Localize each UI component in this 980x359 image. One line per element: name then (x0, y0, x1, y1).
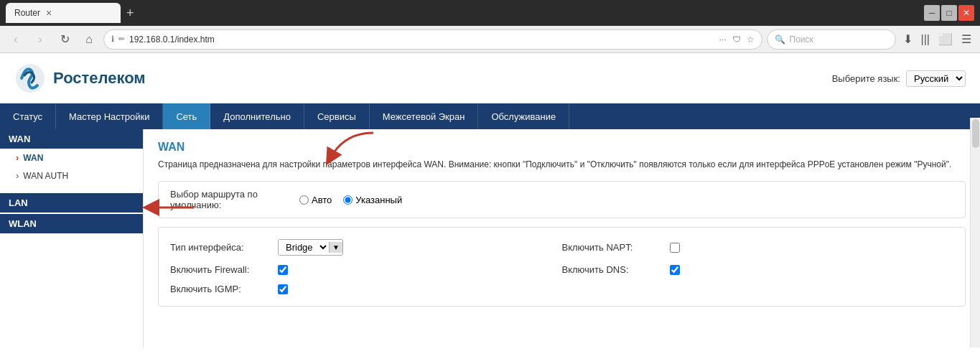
dns-value (670, 265, 680, 275)
lang-label: Выберите язык: (832, 73, 900, 84)
sidebar-section-wan[interactable]: WAN (0, 129, 143, 149)
dns-checkbox[interactable] (670, 265, 680, 275)
igmp-value (278, 284, 288, 294)
sidebar-section-wlan[interactable]: WLAN (0, 214, 143, 233)
nav-item-services[interactable]: Сервисы (304, 103, 370, 129)
new-tab-button[interactable]: + (126, 6, 134, 21)
interface-grid: Тип интерфейса: Bridge ▼ Включи (159, 228, 965, 306)
addressbar-icons: ··· 🛡 ☆ (719, 34, 755, 45)
nav-item-wizard[interactable]: Мастер Настройки (56, 103, 163, 129)
route-specified-label: Указанный (355, 195, 402, 205)
sidebar-dot-icon: › (16, 170, 19, 181)
sidebar-wan-auth-label: WAN AUTH (23, 171, 68, 181)
logo-area: Ростелеком (14, 62, 146, 94)
napt-value (670, 243, 680, 253)
interface-select-wrapper[interactable]: Bridge ▼ (278, 239, 343, 256)
firewall-cell: Включить Firewall: (170, 260, 562, 279)
nav-item-status[interactable]: Статус (0, 103, 56, 129)
content-area: WAN Страница предназначена для настройки… (144, 129, 980, 348)
more-icon[interactable]: ··· (719, 34, 727, 45)
route-auto-label: Авто (312, 195, 332, 205)
route-section: Выбор маршрута по умолчанию: Авто Указан… (158, 181, 966, 218)
search-box[interactable]: 🔍 Поиск (767, 29, 896, 50)
browser-titlebar: Router × + ─ □ ✕ (0, 0, 980, 26)
route-value: Авто Указанный (299, 195, 402, 205)
select-arrow-icon: ▼ (329, 242, 342, 253)
firewall-checkbox[interactable] (278, 265, 288, 275)
window-controls: ─ □ ✕ (924, 5, 974, 21)
tab-close-button[interactable]: × (46, 7, 52, 19)
edit-icon: ✏ (118, 34, 125, 44)
napt-cell: Включить NAPT: (562, 235, 954, 260)
nav-network-label: Сеть (176, 111, 197, 122)
sidebar-arrow-icon: › (16, 152, 19, 163)
route-specified-option[interactable]: Указанный (343, 195, 402, 205)
sidebar: WAN › WAN › WAN AUTH LAN WLAN (0, 129, 144, 348)
route-auto-radio[interactable] (299, 195, 309, 205)
bookmarks-icon[interactable]: ||| (918, 30, 933, 49)
logo-icon (14, 62, 46, 94)
sidebar-item-wan-auth[interactable]: › WAN AUTH (0, 167, 143, 185)
scrollbar-track[interactable] (970, 118, 980, 348)
page-header: Ростелеком Выберите язык: Русский (0, 53, 980, 103)
igmp-cell: Включить IGMP: (170, 279, 562, 299)
route-label: Выбор маршрута по умолчанию: (170, 189, 299, 210)
reload-button[interactable]: ↻ (55, 29, 75, 50)
lock-icon: ℹ (111, 34, 114, 44)
url-display: 192.168.0.1/index.htm (129, 34, 715, 45)
firewall-label: Включить Firewall: (170, 264, 278, 275)
firewall-value (278, 265, 288, 275)
interface-section: Тип интерфейса: Bridge ▼ Включи (158, 227, 966, 307)
nav-item-advanced[interactable]: Дополнительно (210, 103, 304, 129)
home-button[interactable]: ⌂ (79, 29, 99, 50)
sidebar-section-lan[interactable]: LAN (0, 193, 143, 213)
lang-selector: Выберите язык: Русский (832, 70, 966, 87)
maximize-button[interactable]: □ (941, 5, 957, 21)
forward-button[interactable]: › (30, 29, 50, 50)
address-bar[interactable]: ℹ ✏ 192.168.0.1/index.htm ··· 🛡 ☆ (103, 29, 762, 50)
dns-cell: Включить DNS: (562, 260, 954, 279)
empty-cell (562, 279, 954, 299)
sidebar-item-wan[interactable]: › WAN (0, 149, 143, 167)
minimize-button[interactable]: ─ (924, 5, 940, 21)
download-icon[interactable]: ⬇ (900, 29, 915, 49)
logo-text: Ростелеком (53, 69, 146, 88)
browser-right-icons: ⬇ ||| ⬜ ☰ (900, 29, 974, 49)
shield-icon[interactable]: 🛡 (732, 34, 741, 45)
nav-item-network[interactable]: Сеть (163, 103, 210, 129)
browser-tab[interactable]: Router × (6, 3, 121, 23)
route-auto-option[interactable]: Авто (299, 195, 332, 205)
type-cell: Тип интерфейса: Bridge ▼ (170, 235, 562, 260)
route-form-row: Выбор маршрута по умолчанию: Авто Указан… (159, 182, 965, 218)
search-placeholder: Поиск (790, 34, 813, 45)
interface-type-select[interactable]: Bridge (279, 240, 329, 255)
content-description: Страница предназначена для настройки пар… (158, 158, 966, 171)
route-specified-radio[interactable] (343, 195, 353, 205)
main-layout: WAN › WAN › WAN AUTH LAN WLAN (0, 129, 980, 348)
browser-toolbar: ‹ › ↻ ⌂ ℹ ✏ 192.168.0.1/index.htm ··· 🛡 … (0, 26, 980, 53)
igmp-checkbox[interactable] (278, 284, 288, 294)
sidebar-wan-label: WAN (23, 153, 43, 163)
route-radio-group: Авто Указанный (299, 195, 402, 205)
page-content: Ростелеком Выберите язык: Русский Статус… (0, 53, 980, 348)
search-icon: 🔍 (775, 34, 785, 45)
menu-icon[interactable]: ☰ (958, 29, 974, 49)
back-button[interactable]: ‹ (6, 29, 26, 50)
type-value: Bridge ▼ (278, 239, 343, 256)
nav-item-maintenance[interactable]: Обслуживание (478, 103, 569, 129)
scrollbar-thumb[interactable] (972, 119, 979, 148)
napt-label: Включить NAPT: (562, 242, 670, 253)
napt-checkbox[interactable] (670, 243, 680, 253)
type-label: Тип интерфейса: (170, 242, 278, 253)
dns-label: Включить DNS: (562, 264, 670, 275)
synced-tabs-icon[interactable]: ⬜ (935, 29, 956, 49)
content-title: WAN (158, 141, 966, 154)
tab-title: Router (14, 8, 40, 18)
lang-dropdown[interactable]: Русский (906, 70, 966, 87)
star-icon[interactable]: ☆ (747, 34, 755, 45)
nav-bar: Статус Мастер Настройки Сеть Дополнитель… (0, 103, 980, 129)
sidebar-spacer (0, 185, 143, 193)
nav-item-firewall[interactable]: Межсетевой Экран (370, 103, 479, 129)
igmp-label: Включить IGMP: (170, 284, 278, 294)
close-button[interactable]: ✕ (958, 5, 974, 21)
